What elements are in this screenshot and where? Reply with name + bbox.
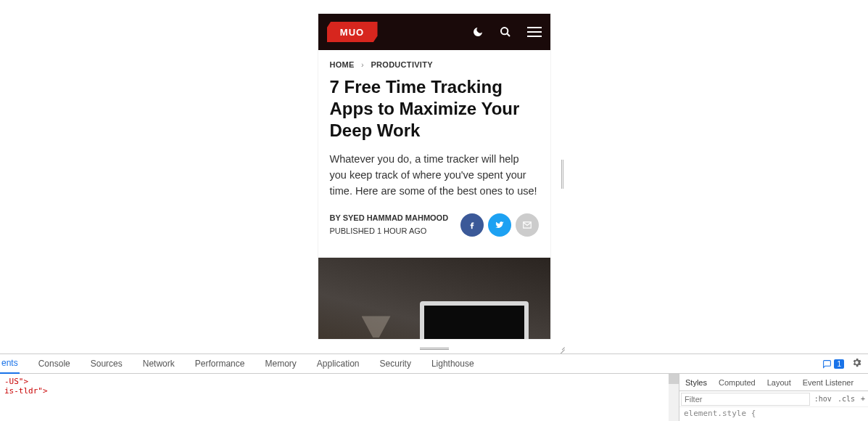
share-facebook-button[interactable] — [460, 213, 484, 237]
breadcrumb-home[interactable]: HOME — [330, 60, 355, 69]
byline: BY SYED HAMMAD MAHMOOD — [330, 213, 449, 222]
preview-resize-handle-bottom[interactable] — [420, 347, 449, 350]
article-meta-row: BY SYED HAMMAD MAHMOOD PUBLISHED 1 HOUR … — [330, 212, 539, 237]
elements-scrollbar[interactable] — [669, 374, 679, 421]
article-hero-image — [318, 258, 550, 339]
preview-scrollbar[interactable] — [561, 160, 563, 189]
tab-network[interactable]: Network — [141, 354, 176, 374]
styles-filter-row: :hov .cls + — [679, 391, 868, 407]
author-name[interactable]: SYED HAMMAD MAHMOOD — [343, 213, 448, 222]
svg-line-1 — [507, 33, 510, 36]
site-logo[interactable]: MUO — [327, 22, 378, 42]
published-label: PUBLISHED — [330, 226, 375, 235]
hourglass-graphic — [362, 316, 391, 339]
devtools-panel: ents Console Sources Network Performance… — [0, 353, 868, 421]
styles-filter-input[interactable] — [681, 393, 810, 406]
article-subtitle: Whatever you do, a time tracker will hel… — [330, 152, 539, 199]
preview-resize-handle-corner[interactable] — [558, 343, 565, 350]
mobile-viewport: MUO HOME › PRODUCTIVITY 7 Free Time — [318, 14, 550, 339]
article-content: HOME › PRODUCTIVITY 7 Free Time Tracking… — [318, 50, 550, 248]
breadcrumb-category[interactable]: PRODUCTIVITY — [371, 60, 433, 69]
article-title: 7 Free Time Tracking Apps to Maximize Yo… — [330, 76, 539, 142]
source-line-1: -US"> — [4, 377, 28, 386]
tab-console[interactable]: Console — [37, 354, 72, 374]
subtab-computed[interactable]: Computed — [719, 378, 756, 387]
subtab-event-listeners[interactable]: Event Listener — [803, 378, 853, 387]
subtab-layout[interactable]: Layout — [767, 378, 791, 387]
share-email-button[interactable] — [516, 213, 539, 237]
header-actions — [472, 26, 542, 38]
subtab-styles[interactable]: Styles — [685, 378, 707, 387]
tab-lighthouse[interactable]: Lighthouse — [430, 354, 476, 374]
breadcrumb: HOME › PRODUCTIVITY — [330, 60, 539, 69]
svg-point-0 — [501, 28, 508, 34]
tab-performance[interactable]: Performance — [194, 354, 247, 374]
styles-panel: Styles Computed Layout Event Listener :h… — [679, 374, 868, 421]
share-buttons — [460, 213, 539, 237]
tab-application[interactable]: Application — [315, 354, 361, 374]
share-twitter-button[interactable] — [488, 213, 511, 237]
issues-badge[interactable]: 1 — [822, 359, 844, 369]
article-meta: BY SYED HAMMAD MAHMOOD PUBLISHED 1 HOUR … — [330, 212, 449, 237]
styles-subtabs: Styles Computed Layout Event Listener — [679, 374, 868, 391]
tab-elements[interactable]: ents — [0, 354, 20, 374]
devtools-tabs: ents Console Sources Network Performance… — [0, 354, 868, 374]
laptop-graphic — [420, 301, 529, 339]
search-icon[interactable] — [500, 26, 511, 38]
cls-toggle[interactable]: .cls — [835, 395, 858, 403]
site-header: MUO — [318, 14, 550, 50]
hamburger-menu-icon[interactable] — [527, 27, 542, 37]
issues-count: 1 — [834, 359, 844, 369]
element-style-rule[interactable]: element.style { — [679, 407, 868, 420]
devtools-settings-icon[interactable] — [851, 357, 862, 370]
tab-sources[interactable]: Sources — [89, 354, 124, 374]
responsive-preview-pane: MUO HOME › PRODUCTIVITY 7 Free Time — [0, 0, 868, 353]
tab-memory[interactable]: Memory — [263, 354, 297, 374]
dark-mode-icon[interactable] — [472, 26, 484, 38]
hov-toggle[interactable]: :hov — [811, 395, 835, 403]
breadcrumb-separator: › — [361, 60, 364, 69]
elements-tree[interactable]: -US"> is-tldr"> — [0, 374, 679, 421]
source-line-3: is-tldr"> — [4, 386, 48, 396]
chat-icon — [822, 359, 832, 369]
new-rule-button[interactable]: + — [858, 395, 868, 403]
devtools-body: -US"> is-tldr"> Styles Computed Layout E… — [0, 374, 868, 421]
published-time: 1 HOUR AGO — [377, 226, 426, 235]
tab-security[interactable]: Security — [379, 354, 413, 374]
logo-text: MUO — [340, 27, 364, 38]
